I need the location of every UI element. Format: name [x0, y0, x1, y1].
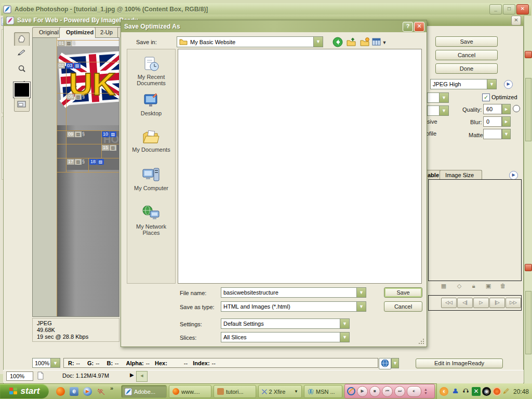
place-recent-documents[interactable]: My Recent Documents	[127, 56, 176, 86]
taskbar-button-msn[interactable]: 🦋︎ MSN ...	[304, 385, 342, 398]
taskbar-button-xfire[interactable]: ⤫ 2 Xfire ▼	[258, 385, 302, 398]
place-my-network-places[interactable]: My Network Places	[127, 205, 176, 236]
file-list[interactable]	[178, 49, 422, 284]
ie-quicklaunch-icon[interactable]: e	[70, 387, 78, 396]
matte-combo-arrow[interactable]: ▼	[502, 129, 511, 139]
start-button[interactable]: start	[0, 384, 49, 398]
browser-select-arrow[interactable]: ▼	[391, 358, 399, 368]
table-menu-button[interactable]: ▶	[509, 171, 518, 180]
preview-zoom-combo[interactable]: 100% ▼	[32, 358, 60, 368]
slice-badge-05[interactable]: 05▨§	[67, 94, 85, 100]
wmp-play-button[interactable]: ▶	[357, 386, 368, 397]
chevron-down-icon[interactable]: ▼	[487, 79, 496, 89]
msn-quicklaunch-icon[interactable]: 🏃︎	[97, 387, 105, 396]
dialog-help-button[interactable]: ?	[403, 22, 413, 32]
place-desktop[interactable]: Desktop	[127, 92, 176, 116]
settings-combo[interactable]: Default Settings ▼	[221, 318, 350, 329]
slice-badge-17[interactable]: 17▨§	[67, 159, 85, 165]
tray-collapse-chevron[interactable]: ‹	[440, 387, 448, 396]
statusbar-zoom-field[interactable]: 100%	[6, 371, 33, 381]
delete-color-icon[interactable]: 🗑︎	[499, 282, 507, 289]
chevron-down-icon[interactable]: ▼	[313, 37, 323, 47]
anim-prev-button[interactable]: ◁|	[457, 298, 473, 308]
tray-opera-icon[interactable]	[493, 387, 501, 396]
view-menu-icon[interactable]	[372, 37, 381, 46]
toggle-slices-visibility[interactable]	[14, 98, 30, 112]
palette-close-icon[interactable]	[525, 264, 532, 271]
anim-first-button[interactable]: ◁◁	[441, 298, 457, 308]
tray-utility-icon[interactable]: 🖉︎	[502, 387, 511, 396]
dialog-save-button[interactable]: Save	[384, 287, 422, 298]
edit-in-imageready-button[interactable]: Edit in ImageReady	[416, 358, 503, 368]
chevron-down-icon[interactable]: ▼	[50, 358, 60, 367]
chevron-down-icon[interactable]: ▼	[356, 288, 366, 297]
tab-optimized[interactable]: Optimized	[59, 27, 96, 38]
wmp-volume-button[interactable]: 🔉︎	[407, 386, 421, 397]
palette-scrollbar[interactable]	[525, 78, 531, 141]
chevron-down-icon[interactable]: ▼	[439, 106, 448, 115]
snap-transparency-icon[interactable]: ▦	[440, 282, 448, 289]
sfw-done-button[interactable]: Done	[435, 63, 498, 74]
new-color-icon[interactable]: ▣	[484, 282, 493, 289]
statusbar-menu-arrow[interactable]: ▶	[130, 372, 134, 378]
slice-select-tool[interactable]	[14, 46, 30, 60]
dialog-resize-grip[interactable]	[418, 338, 424, 344]
save-type-combo[interactable]: HTML and Images (*.html) ▼	[221, 301, 366, 312]
tray-messenger-icon[interactable]: 👤︎	[451, 387, 460, 396]
new-folder-icon[interactable]	[360, 37, 370, 47]
place-my-documents[interactable]: My Documents	[127, 129, 176, 153]
firefox-quicklaunch-icon[interactable]	[56, 387, 65, 396]
wmp-prev-button[interactable]: ⏮︎	[382, 386, 393, 397]
slices-combo[interactable]: All Slices ▼	[221, 332, 350, 342]
file-name-combo[interactable]: basicwebsitestructure ▼	[221, 287, 366, 298]
slice-badge-03[interactable]: 03▨	[66, 63, 81, 69]
optimized-preview-canvas[interactable]: UK HO 01▨§ 02 03▨ 05▨§ 09▨§ 10▨ 15▨ 17▨§…	[32, 37, 119, 317]
chevron-down-icon[interactable]: ▼	[340, 332, 349, 342]
sfw-close-button[interactable]: ✕	[511, 16, 521, 25]
sfw-save-button[interactable]: Save	[435, 36, 498, 47]
format-combo-partial[interactable]: ▼	[427, 92, 449, 103]
palette-close-icon[interactable]	[525, 51, 532, 58]
slice-badge-01[interactable]: 01▨§	[58, 41, 75, 46]
tab-2up[interactable]: 2-Up	[94, 27, 119, 37]
web-shift-icon[interactable]: ◇	[455, 282, 463, 289]
view-menu-arrow[interactable]: ▼	[382, 40, 387, 45]
quality-slider-arrow[interactable]: ►	[502, 104, 511, 114]
palette-scrollbar[interactable]	[525, 291, 531, 354]
anim-last-button[interactable]: ▷▷	[506, 298, 521, 308]
taskbar-button-www[interactable]: www....	[169, 385, 211, 398]
wmp-stop-button[interactable]: ■	[369, 386, 380, 397]
taskbar-button-adobe[interactable]: Adobe...	[121, 385, 167, 398]
maximize-button[interactable]: □	[503, 4, 515, 15]
quality-channel-icon[interactable]	[513, 105, 520, 112]
preset-combo[interactable]: JPEG High ▼	[430, 79, 497, 89]
tray-xfire-icon[interactable]: ✕	[472, 387, 481, 396]
taskbar-button-tutorial[interactable]: tutori...	[214, 385, 256, 398]
save-in-combo[interactable]: My Basic Website ▼	[177, 36, 323, 47]
tray-headset-icon[interactable]: 🎧︎	[461, 387, 470, 396]
dialog-close-button[interactable]: ✕	[414, 22, 424, 32]
eyedropper-color-swatch[interactable]	[14, 82, 30, 98]
chevron-down-icon[interactable]: ▼	[340, 319, 349, 328]
tab-image-size[interactable]: Image Size	[440, 170, 482, 180]
hand-tool[interactable]	[14, 32, 30, 46]
wmp-next-button[interactable]: ⏭︎	[394, 386, 405, 397]
zoom-tool[interactable]	[14, 62, 30, 76]
slice-badge-10[interactable]: 10▨	[102, 131, 116, 137]
slice-badge-18[interactable]: 18▨	[89, 159, 104, 165]
tab-original[interactable]: Original	[32, 27, 62, 37]
compression-combo-partial[interactable]: ▼	[427, 105, 449, 116]
wmp-restore-controls[interactable]: ▲▼	[424, 388, 428, 395]
chevron-down-icon[interactable]: ▼	[439, 93, 448, 102]
slice-badge-09[interactable]: 09▨§	[67, 131, 85, 137]
close-button[interactable]: ✕	[516, 4, 529, 15]
dialog-cancel-button[interactable]: Cancel	[384, 301, 422, 312]
up-folder-icon[interactable]	[346, 37, 356, 47]
panel-menu-button[interactable]: ▶	[504, 80, 513, 89]
place-my-computer[interactable]: My Computer	[127, 166, 176, 191]
anim-play-button[interactable]: ▷	[473, 298, 489, 308]
chevron-down-icon[interactable]: ▼	[356, 302, 366, 311]
lock-color-icon[interactable]: 🔒︎	[470, 282, 478, 289]
blur-field[interactable]: 0	[483, 116, 502, 127]
slice-badge-02[interactable]: 02	[58, 63, 65, 69]
